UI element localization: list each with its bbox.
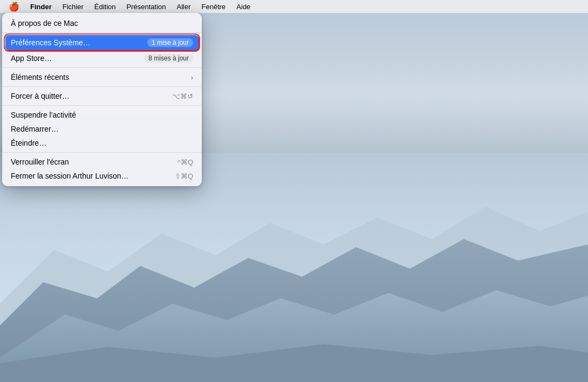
- menu-item-redemarrer-label: Redémarrer…: [11, 125, 193, 133]
- apple-menu-button[interactable]: 🍎: [4, 1, 24, 13]
- menubar: 🍎 Finder Fichier Édition Présentation Al…: [0, 0, 588, 13]
- menu-item-suspendre-label: Suspendre l'activité: [11, 111, 193, 119]
- divider-4: [2, 105, 202, 106]
- menu-item-app-store[interactable]: App Store… 8 mises à jour: [2, 51, 202, 65]
- menu-item-redemarrer[interactable]: Redémarrer…: [2, 122, 202, 136]
- fermer-session-shortcut: ⇧⌘Q: [175, 172, 193, 180]
- apple-icon: 🍎: [9, 2, 19, 11]
- menu-item-eteindre[interactable]: Éteindre…: [2, 136, 202, 150]
- menu-item-app-store-label: App Store…: [11, 54, 144, 63]
- menubar-aller[interactable]: Aller: [173, 2, 195, 12]
- menubar-presentation[interactable]: Présentation: [122, 2, 170, 12]
- verrouiller-shortcut: ^⌘Q: [177, 158, 193, 166]
- menu-item-forcer-quitter[interactable]: Forcer à quitter… ⌥⌘↺: [2, 89, 202, 103]
- menu-item-elements-recents-label: Éléments récents: [11, 73, 191, 81]
- divider-2: [2, 67, 202, 68]
- menu-item-elements-recents[interactable]: Éléments récents ›: [2, 70, 202, 84]
- menubar-fenetre[interactable]: Fenêtre: [197, 2, 230, 12]
- svg-marker-4: [0, 344, 588, 382]
- apple-dropdown-menu: À propos de ce Mac Préférences Système… …: [2, 13, 202, 186]
- menu-item-verrouiller[interactable]: Verrouiller l'écran ^⌘Q: [2, 155, 202, 169]
- menu-item-verrouiller-label: Verrouiller l'écran: [11, 158, 177, 166]
- menu-item-eteindre-label: Éteindre…: [11, 139, 193, 147]
- menu-item-suspendre[interactable]: Suspendre l'activité: [2, 108, 202, 122]
- divider-5: [2, 152, 202, 153]
- menubar-finder[interactable]: Finder: [26, 2, 56, 12]
- chevron-right-icon: ›: [191, 73, 193, 81]
- menu-item-a-propos-label: À propos de ce Mac: [11, 19, 193, 28]
- forcer-quitter-shortcut: ⌥⌘↺: [172, 92, 193, 100]
- divider-3: [2, 86, 202, 87]
- menu-item-preferences[interactable]: Préférences Système… 1 mise à jour: [5, 35, 199, 50]
- menu-item-forcer-quitter-label: Forcer à quitter…: [11, 92, 172, 100]
- menu-item-fermer-session[interactable]: Fermer la session Arthur Luvison… ⇧⌘Q: [2, 169, 202, 183]
- menu-item-a-propos[interactable]: À propos de ce Mac: [2, 16, 202, 30]
- preferences-badge: 1 mise à jour: [147, 38, 193, 47]
- menubar-aide[interactable]: Aide: [232, 2, 255, 12]
- menu-item-preferences-label: Préférences Système…: [11, 38, 147, 47]
- menu-item-fermer-session-label: Fermer la session Arthur Luvison…: [11, 172, 175, 180]
- menubar-edition[interactable]: Édition: [90, 2, 120, 12]
- menubar-fichier[interactable]: Fichier: [58, 2, 88, 12]
- divider-1: [2, 32, 202, 33]
- mountain-illustration: [0, 153, 588, 382]
- app-store-badge: 8 mises à jour: [144, 54, 193, 63]
